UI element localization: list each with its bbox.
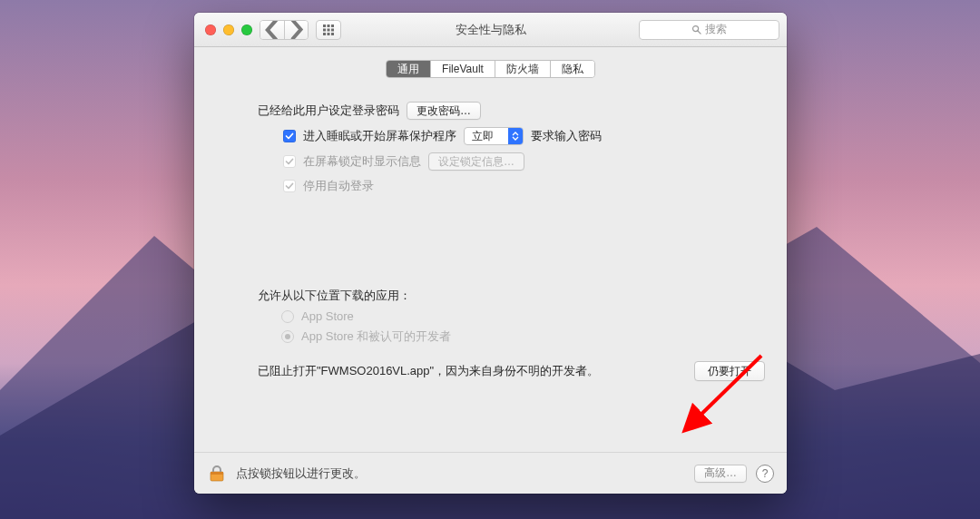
password-set-label: 已经给此用户设定登录密码 [258, 103, 399, 119]
checkmark-icon [285, 181, 294, 191]
close-button[interactable] [205, 24, 216, 35]
select-stepper-icon [508, 128, 523, 144]
change-password-button[interactable]: 更改密码… [407, 102, 481, 120]
require-password-label: 进入睡眠或开始屏幕保护程序 [303, 128, 456, 144]
tabs: 通用 FileVault 防火墙 隐私 [386, 60, 595, 78]
svg-rect-4 [328, 28, 330, 31]
show-all-prefs-button[interactable] [316, 20, 341, 40]
svg-rect-6 [323, 33, 326, 35]
forward-button[interactable] [284, 21, 308, 39]
svg-rect-3 [323, 28, 326, 31]
allow-appstore-label: App Store [301, 309, 354, 323]
traffic-lights [205, 24, 252, 35]
search-icon [691, 24, 701, 34]
lock-button[interactable] [207, 464, 227, 484]
search-placeholder: 搜索 [705, 22, 727, 37]
svg-line-10 [698, 31, 701, 34]
grid-icon [322, 24, 335, 36]
password-section: 已经给此用户设定登录密码 更改密码… 进入睡眠或开始屏幕保护程序 立即 [211, 102, 770, 194]
titlebar: 安全性与隐私 搜索 [194, 13, 787, 47]
checkmark-icon [285, 132, 294, 141]
allow-apps-heading: 允许从以下位置下载的应用： [258, 288, 770, 304]
nav-back-forward [260, 20, 309, 40]
svg-rect-0 [323, 24, 326, 27]
checkmark-icon [285, 157, 294, 166]
advanced-button[interactable]: 高级… [694, 465, 747, 483]
tab-privacy[interactable]: 隐私 [550, 61, 594, 77]
require-password-checkbox[interactable] [283, 130, 296, 142]
disable-autologin-checkbox [283, 180, 296, 192]
lock-icon [207, 464, 227, 484]
disable-autologin-label: 停用自动登录 [303, 178, 374, 194]
svg-rect-5 [331, 28, 334, 31]
search-input[interactable]: 搜索 [639, 20, 779, 40]
blocked-app-message: 已阻止打开"FWMSO2016VL.app"，因为来自身份不明的开发者。 [258, 363, 599, 379]
svg-rect-1 [328, 24, 330, 27]
minimize-button[interactable] [223, 24, 234, 35]
preferences-window: 安全性与隐私 搜索 通用 FileVault 防火墙 隐私 已经给此用户设定登录… [194, 13, 787, 494]
desktop-background: 安全性与隐私 搜索 通用 FileVault 防火墙 隐私 已经给此用户设定登录… [0, 0, 980, 519]
allow-identified-radio [281, 330, 294, 343]
allow-identified-label: App Store 和被认可的开发者 [301, 328, 451, 345]
tab-filevault[interactable]: FileVault [430, 61, 495, 77]
allow-apps-section: 允许从以下位置下载的应用： App Store App Store 和被认可的开… [258, 288, 770, 381]
require-password-suffix: 要求输入密码 [531, 128, 602, 144]
allow-appstore-radio [281, 310, 294, 323]
require-password-delay-select[interactable]: 立即 [464, 127, 524, 145]
show-lock-message-checkbox [283, 155, 296, 168]
show-lock-message-label: 在屏幕锁定时显示信息 [303, 153, 421, 170]
set-lock-message-button: 设定锁定信息… [428, 152, 524, 171]
help-button[interactable]: ? [756, 465, 774, 483]
select-value: 立即 [465, 129, 508, 144]
svg-rect-7 [328, 33, 330, 35]
svg-rect-8 [331, 33, 334, 35]
footer-bar: 点按锁按钮以进行更改。 高级… ? [194, 452, 787, 494]
lock-hint-label: 点按锁按钮以进行更改。 [236, 465, 366, 482]
back-button[interactable] [260, 21, 284, 39]
open-anyway-button[interactable]: 仍要打开 [694, 361, 765, 381]
svg-rect-2 [331, 24, 334, 27]
window-body: 通用 FileVault 防火墙 隐私 已经给此用户设定登录密码 更改密码… 进… [194, 47, 787, 494]
maximize-button[interactable] [241, 24, 252, 35]
tab-firewall[interactable]: 防火墙 [495, 61, 550, 77]
svg-rect-12 [211, 472, 223, 475]
tab-general[interactable]: 通用 [387, 61, 430, 77]
